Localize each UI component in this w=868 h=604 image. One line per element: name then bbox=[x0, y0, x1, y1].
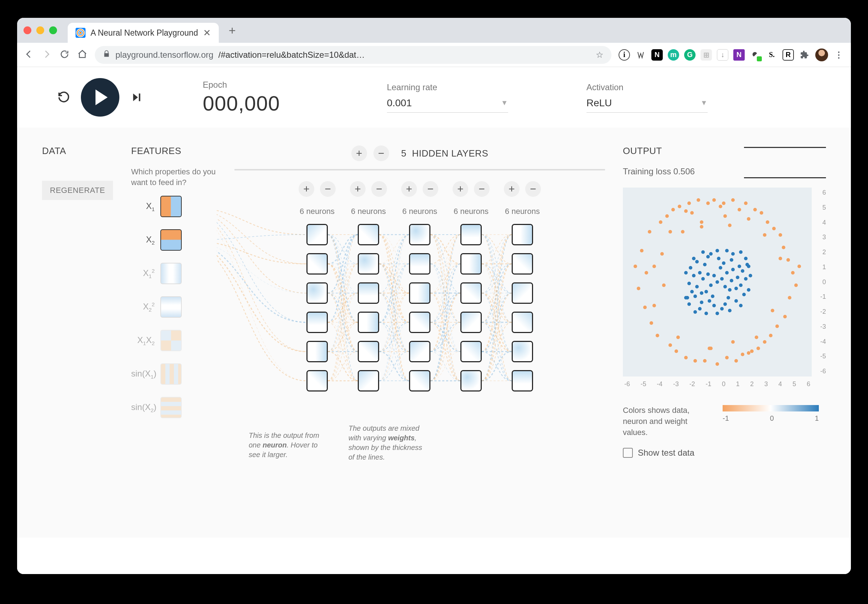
neuron[interactable] bbox=[460, 370, 482, 391]
neuron[interactable] bbox=[358, 253, 379, 275]
neuron[interactable] bbox=[358, 224, 379, 245]
ext-icon[interactable]: S. bbox=[766, 49, 778, 61]
data-point bbox=[684, 296, 688, 300]
browser-tab[interactable]: A Neural Network Playground ✕ bbox=[68, 23, 219, 43]
ext-icon[interactable]: G bbox=[684, 49, 696, 61]
reload-button[interactable] bbox=[59, 49, 70, 61]
neuron[interactable] bbox=[307, 312, 328, 333]
data-point bbox=[704, 290, 708, 293]
feature-row[interactable]: X12 bbox=[131, 262, 217, 284]
ext-icon[interactable]: m bbox=[668, 49, 679, 61]
ext-icon[interactable]: ⊞ bbox=[701, 49, 712, 61]
act-select[interactable]: ReLU ▼ bbox=[586, 94, 708, 113]
neuron[interactable] bbox=[409, 312, 431, 333]
add-neuron-button[interactable]: + bbox=[453, 181, 468, 197]
ext-icon[interactable] bbox=[750, 49, 761, 61]
feature-row[interactable]: sin(X2) bbox=[131, 396, 217, 419]
neuron[interactable] bbox=[307, 283, 328, 304]
ext-icon[interactable]: i bbox=[618, 49, 630, 61]
neuron[interactable] bbox=[460, 253, 482, 275]
neuron[interactable] bbox=[512, 341, 533, 362]
neuron[interactable] bbox=[358, 370, 379, 391]
neuron[interactable] bbox=[307, 341, 328, 362]
feature-row[interactable]: X2 bbox=[131, 229, 217, 251]
data-point bbox=[698, 307, 702, 311]
bookmark-star-icon[interactable]: ☆ bbox=[596, 50, 604, 60]
data-point bbox=[720, 277, 724, 281]
feature-thumbnail[interactable] bbox=[160, 330, 182, 351]
neuron[interactable] bbox=[512, 253, 533, 275]
forward-button[interactable] bbox=[41, 49, 52, 61]
lr-select[interactable]: 0.001 ▼ bbox=[387, 94, 508, 113]
play-button[interactable] bbox=[81, 78, 119, 116]
add-neuron-button[interactable]: + bbox=[504, 181, 519, 197]
neuron[interactable] bbox=[307, 224, 328, 245]
home-button[interactable] bbox=[77, 49, 88, 61]
feature-thumbnail[interactable] bbox=[160, 229, 182, 251]
add-neuron-button[interactable]: + bbox=[350, 181, 366, 197]
data-point bbox=[697, 198, 700, 202]
add-layer-button[interactable]: + bbox=[351, 146, 367, 161]
feature-row[interactable]: sin(X1) bbox=[131, 363, 217, 385]
add-neuron-button[interactable]: + bbox=[401, 181, 417, 197]
neuron[interactable] bbox=[358, 312, 379, 333]
neuron[interactable] bbox=[307, 370, 328, 391]
feature-thumbnail[interactable] bbox=[160, 296, 182, 318]
data-point bbox=[703, 359, 707, 363]
feature-row[interactable]: X1X2 bbox=[131, 329, 217, 352]
close-window-button[interactable] bbox=[23, 26, 31, 34]
ext-icon[interactable]: ↓ bbox=[717, 49, 728, 61]
regenerate-button[interactable]: REGENERATE bbox=[42, 181, 113, 200]
ext-icon[interactable] bbox=[635, 49, 646, 61]
remove-neuron-button[interactable]: − bbox=[371, 181, 387, 197]
neuron[interactable] bbox=[512, 283, 533, 304]
neuron[interactable] bbox=[409, 341, 431, 362]
neuron[interactable] bbox=[512, 370, 533, 391]
neuron[interactable] bbox=[409, 283, 431, 304]
profile-avatar[interactable] bbox=[815, 48, 828, 61]
remove-neuron-button[interactable]: − bbox=[320, 181, 336, 197]
back-button[interactable] bbox=[23, 49, 34, 61]
data-point bbox=[747, 351, 750, 355]
step-button[interactable] bbox=[127, 88, 146, 107]
feature-row[interactable]: X1 bbox=[131, 196, 217, 217]
neuron[interactable] bbox=[358, 283, 379, 304]
remove-layer-button[interactable]: − bbox=[374, 146, 389, 161]
new-tab-button[interactable]: + bbox=[229, 23, 236, 37]
neuron[interactable] bbox=[512, 312, 533, 333]
ext-icon[interactable]: N bbox=[651, 49, 663, 61]
neuron[interactable] bbox=[460, 312, 482, 333]
neuron[interactable] bbox=[409, 224, 431, 245]
feature-thumbnail[interactable] bbox=[160, 363, 182, 385]
maximize-window-button[interactable] bbox=[49, 26, 57, 34]
layer-neuron-count: 6 neurons bbox=[505, 207, 540, 216]
data-point bbox=[725, 271, 728, 275]
neuron[interactable] bbox=[409, 370, 431, 391]
neuron[interactable] bbox=[460, 224, 482, 245]
feature-thumbnail[interactable] bbox=[160, 397, 182, 418]
neuron[interactable] bbox=[512, 224, 533, 245]
remove-neuron-button[interactable]: − bbox=[423, 181, 438, 197]
feature-thumbnail[interactable] bbox=[160, 263, 182, 284]
remove-neuron-button[interactable]: − bbox=[525, 181, 541, 197]
add-neuron-button[interactable]: + bbox=[299, 181, 314, 197]
feature-thumbnail[interactable] bbox=[160, 196, 182, 217]
feature-row[interactable]: X22 bbox=[131, 296, 217, 318]
neuron[interactable] bbox=[307, 253, 328, 275]
output-plot[interactable]: 6543210-1-2-3-4-5-6 -6-5-4-3-2-10123456 bbox=[623, 188, 812, 377]
extensions-button[interactable] bbox=[799, 49, 810, 61]
address-bar[interactable]: playground.tensorflow.org/#activation=re… bbox=[95, 46, 611, 64]
remove-neuron-button[interactable]: − bbox=[474, 181, 490, 197]
close-tab-button[interactable]: ✕ bbox=[203, 28, 211, 39]
neuron[interactable] bbox=[460, 341, 482, 362]
neuron[interactable] bbox=[358, 341, 379, 362]
neuron[interactable] bbox=[409, 253, 431, 275]
minimize-window-button[interactable] bbox=[36, 26, 44, 34]
ext-icon[interactable]: N bbox=[733, 49, 745, 61]
chrome-menu-button[interactable]: ⋮ bbox=[833, 49, 845, 61]
ext-icon[interactable]: R bbox=[783, 49, 794, 61]
show-test-checkbox[interactable] bbox=[623, 448, 633, 458]
neuron[interactable] bbox=[460, 283, 482, 304]
layer-column: +−6 neurons bbox=[504, 181, 541, 391]
reset-button[interactable] bbox=[54, 88, 73, 107]
